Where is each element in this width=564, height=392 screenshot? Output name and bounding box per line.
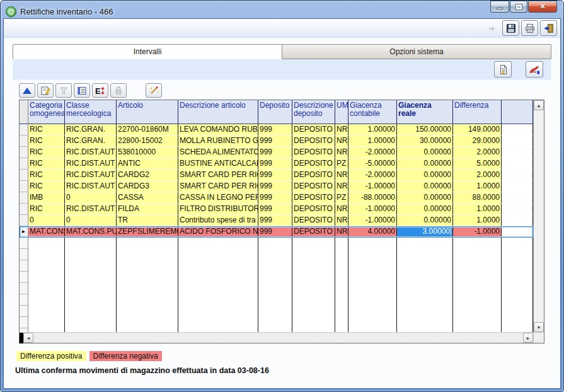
edit-sheet-button[interactable] [37,83,54,98]
cell[interactable]: SCHEDA ALIMENTATO [178,147,258,158]
cell[interactable]: RIC.DIST.AUT [65,204,117,215]
cell[interactable]: 999 [258,215,292,226]
cell[interactable]: 999 [258,158,292,170]
cell[interactable]: NR [335,226,348,238]
cell[interactable]: 999 [258,204,292,215]
cell[interactable]: 1.0000 [453,215,502,226]
cell[interactable]: -1.00000 [348,204,397,215]
table-row[interactable]: RICRIC.DIST.AUTCARDG2SMART CARD PER RIC9… [20,170,533,181]
export-excel-button[interactable]: E [92,83,108,98]
cell[interactable]: RIC [28,204,65,215]
cell[interactable]: DEPOSITO [292,192,335,204]
cell[interactable]: 149.0000 [453,124,502,135]
cell[interactable]: 999 [258,192,292,204]
cell[interactable]: 1.0000 [453,181,502,192]
scroll-up-button[interactable]: ▲ [534,100,544,110]
tab-intervalli[interactable]: Intervalli [13,44,282,59]
column-header[interactable]: Articolo [117,100,178,124]
cell-empty[interactable] [502,170,533,181]
cell-empty[interactable] [502,124,533,135]
cell[interactable]: CASSA IN LEGNO PER [178,192,258,204]
cell[interactable]: 29.0000 [453,135,502,147]
cell[interactable]: ACIDO FOSFORICO N. [178,226,258,238]
tab-opzioni-sistema[interactable]: Opzioni sistema [282,44,551,59]
cell[interactable]: RIC [28,135,65,147]
table-row[interactable]: RICRIC.DIST.AUTANTICBUSTINE ANTICALCAR99… [20,158,533,170]
column-header[interactable]: Giacenza reale [397,100,453,124]
cell[interactable]: PZ [335,192,348,204]
cell[interactable]: DEPOSITO [292,147,335,158]
cell[interactable]: -2.00000 [348,170,397,181]
cell[interactable]: 88.0000 [453,192,502,204]
table-row[interactable]: IMB0CASSACASSA IN LEGNO PER999DEPOSITOPZ… [20,192,533,204]
cell[interactable]: RIC [28,124,65,135]
cell[interactable]: 999 [258,226,292,238]
tools-wand-button[interactable] [146,83,162,98]
column-header[interactable]: Classe merceologica [65,100,117,124]
cell[interactable]: MAT.CONS. [28,226,65,238]
cell[interactable]: NR [335,135,348,147]
cell[interactable]: NR [335,124,348,135]
cell[interactable]: -1.0000 [453,226,502,238]
cell[interactable]: -1.00000 [348,181,397,192]
cell[interactable]: RIC.DIST.AUT [65,147,117,158]
cell[interactable]: 0 [65,192,117,204]
cell[interactable]: 1.00000 [348,124,397,135]
cell[interactable]: NR [335,170,348,181]
column-header[interactable]: Differenza [453,100,502,124]
cell[interactable]: 0.00000 [397,204,453,215]
table-row[interactable]: RICRIC.GRAN.22700-01860MLEVA COMANDO RUB… [20,124,533,135]
cell[interactable]: DEPOSITO [292,181,335,192]
cell[interactable]: TR [117,215,178,226]
cell-empty[interactable] [502,158,533,170]
cell[interactable]: CARDG3 [117,181,178,192]
vertical-scrollbar[interactable]: ▲ ▼ [533,100,544,332]
cell[interactable]: 1.00000 [348,135,397,147]
scroll-right-button[interactable]: ► [523,333,533,343]
cell[interactable]: -2.00000 [348,147,397,158]
cell[interactable]: 150.00000 [397,124,453,135]
minimize-button[interactable] [490,1,509,13]
cell[interactable]: RIC [28,158,65,170]
table-row[interactable]: RICRIC.GRAN.22800-15002MOLLA RUBINETTO G… [20,135,533,147]
cell[interactable]: 22700-01860M [117,124,178,135]
cell[interactable]: 0 [65,215,117,226]
cell[interactable]: RIC.DIST.AUT [65,158,117,170]
cell[interactable]: NR [335,204,348,215]
column-header[interactable]: Descrizione articolo [178,100,258,124]
cell[interactable]: DEPOSITO [292,204,335,215]
editing-cell[interactable]: 3.00000 [397,226,453,238]
cell[interactable]: ZEPFSLIMEREMO [117,226,178,238]
cell[interactable]: 0.00000 [397,192,453,204]
cell[interactable]: 999 [258,170,292,181]
cell[interactable]: 999 [258,135,292,147]
cell[interactable]: SMART CARD PER RIC [178,170,258,181]
table-row[interactable]: RICRIC.DIST.AUTFILDAFILTRO DISTRIBUTOR99… [20,204,533,215]
scroll-down-button[interactable]: ▼ [534,322,544,332]
cell[interactable]: BUSTINE ANTICALCAR [178,158,258,170]
cell[interactable]: 1.0000 [453,204,502,215]
sort-ascending-button[interactable] [19,83,35,98]
table-row[interactable]: RICRIC.DIST.AUTCARDG3SMART CARD PER RIC9… [20,181,533,192]
cell-empty[interactable] [502,204,533,215]
cell[interactable]: 30.00000 [397,135,453,147]
cell[interactable]: RIC [28,181,65,192]
column-header[interactable]: Descrizione deposito [292,100,335,124]
cell[interactable]: 0.00000 [397,181,453,192]
cell[interactable]: RIC.DIST.AUT [65,170,117,181]
cell[interactable]: ANTIC [117,158,178,170]
cell[interactable]: SMART CARD PER RIC [178,181,258,192]
cell[interactable]: -5.00000 [348,158,397,170]
cell[interactable]: 2.0000 [453,170,502,181]
cell[interactable]: DEPOSITO [292,124,335,135]
cell[interactable]: MOLLA RUBINETTO GI [178,135,258,147]
cell[interactable]: DEPOSITO [292,226,335,238]
cell[interactable]: RIC.GRAN. [65,124,117,135]
cell[interactable]: 999 [258,181,292,192]
cell-empty[interactable] [502,135,533,147]
cell[interactable]: 0.00000 [397,158,453,170]
column-header[interactable]: Deposito [258,100,292,124]
cell[interactable]: 538010000 [117,147,178,158]
cell[interactable]: -1.00000 [348,215,397,226]
cell[interactable]: 0.00000 [397,147,453,158]
